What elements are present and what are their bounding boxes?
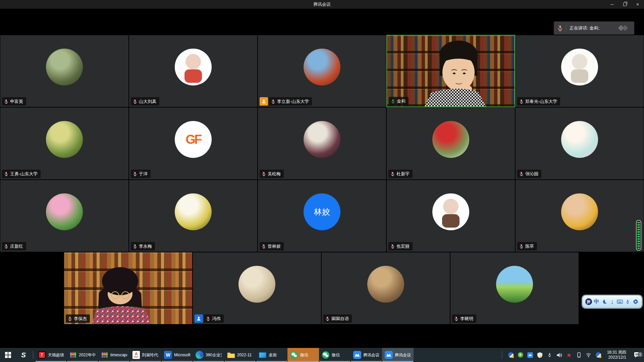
participant-name-label: 吴松梅: [260, 170, 284, 178]
participant-name: 李保杰: [74, 316, 87, 322]
participant-label-row: 张沁园: [517, 170, 541, 178]
taskbar-app-wechat[interactable]: 微信: [319, 348, 351, 362]
taskbar-app-label: 2022年中...: [79, 352, 96, 358]
speaker-icon[interactable]: [556, 352, 562, 358]
participant-tile[interactable]: 李永梅: [129, 180, 258, 252]
participant-name-label: 李立新-山东大学: [269, 97, 312, 106]
participant-name: 山大刘真: [139, 99, 156, 105]
taskbar-app-meeting[interactable]: 腾讯会议: [382, 348, 414, 362]
taskbar-app-label: Microsoft...: [174, 353, 190, 357]
close-button[interactable]: ×: [631, 0, 644, 9]
participant-label-row: 焦宏丽: [388, 242, 413, 250]
wifi-icon[interactable]: [586, 352, 592, 358]
punctuation-button[interactable]: ；: [609, 298, 615, 306]
pdf-icon: APDF: [132, 351, 140, 359]
shield-warning-icon[interactable]: [537, 352, 543, 358]
taskbar-app-pdf[interactable]: APDF刘淑玲代...: [130, 348, 161, 362]
divider: [502, 351, 502, 359]
participant-tile[interactable]: 李保杰: [64, 252, 193, 324]
participant-tile[interactable]: 王勇-山东大学: [0, 107, 129, 180]
participant-name-label: 张沁园: [517, 170, 541, 178]
participant-name: 囡囡自语: [331, 316, 349, 322]
participant-name-label: 囡囡自语: [323, 314, 352, 323]
participant-label-row: 郑春光-山东大学: [517, 97, 560, 106]
participant-tile[interactable]: 山大刘真: [129, 35, 258, 107]
participant-label-row: 李晓明: [452, 314, 476, 323]
participant-tile[interactable]: 吴松梅: [258, 107, 386, 180]
participant-name: 焦宏丽: [396, 243, 410, 249]
participant-tile[interactable]: 庄新红: [0, 180, 129, 252]
word-icon: W: [164, 351, 172, 359]
taskbar-app-winrar[interactable]: 2022年中...: [67, 348, 98, 362]
notification-badge: 1: [638, 352, 643, 357]
avatar-cartoon-head: [572, 54, 587, 69]
participant-name: 冯伟: [212, 316, 221, 322]
mic-tray-icon[interactable]: [547, 352, 553, 358]
accel-ball-icon[interactable]: +: [518, 352, 524, 358]
taskbar-app-browser360[interactable]: 360企业安...: [193, 348, 224, 362]
participant-tile[interactable]: 焦宏丽: [386, 180, 515, 252]
clock-date: 2022/12/1: [607, 355, 626, 360]
participant-tile[interactable]: 郑春光-山东大学: [515, 35, 644, 107]
sogou-colorful-icon[interactable]: [595, 352, 601, 358]
keyboard-button[interactable]: [616, 298, 623, 306]
tencent-meeting-logo-icon: [618, 25, 630, 31]
taskbar-app-winrar[interactable]: timescape...: [98, 348, 130, 362]
participant-tile[interactable]: 陈萃: [515, 180, 644, 252]
speaking-indicator: 正在讲话: 金莉;: [554, 21, 634, 35]
mic-muted-icon: [133, 244, 137, 249]
usb-device-icon[interactable]: [576, 352, 582, 358]
restore-button[interactable]: [619, 0, 631, 9]
participant-tile[interactable]: GF于洋: [129, 107, 258, 180]
taskbar-clock[interactable]: 16:31 周四 2022/12/1: [605, 350, 628, 360]
taskbar-search-app-button[interactable]: S: [16, 348, 31, 362]
taskbar-app-wechat[interactable]: 微信: [287, 348, 319, 362]
participant-label-row: 山大刘真: [131, 97, 159, 106]
participant-tile[interactable]: 李立新-山东大学: [258, 35, 386, 107]
mic-muted-icon: [4, 244, 8, 249]
participant-tile[interactable]: 张沁园: [515, 107, 644, 180]
taskbar-app-word[interactable]: WMicrosoft...: [161, 348, 193, 362]
chinese-mode-button[interactable]: 中: [593, 298, 600, 306]
start-button[interactable]: [0, 348, 16, 362]
avatar-cartoon-body: [184, 69, 202, 83]
avatar: [175, 193, 212, 230]
taskbar-app-label: 2022-11: [237, 353, 252, 357]
participant-label-row: 于洋: [131, 170, 151, 178]
participant-tile[interactable]: 林姣曾林姣: [258, 180, 386, 252]
taskbar-app-tmall[interactable]: T天猫超级...: [35, 348, 67, 362]
ime-toolbar[interactable]: 拼中；: [583, 296, 642, 308]
meeting-icon: [385, 351, 393, 359]
participant-name-label: 王勇-山东大学: [2, 170, 41, 178]
sogou-tray-icon[interactable]: [508, 352, 514, 358]
taskbar-app-desktop[interactable]: 桌面: [256, 348, 287, 362]
avatar: [496, 266, 533, 303]
taskbar-app-meeting[interactable]: 腾讯会议: [351, 348, 382, 362]
voice-input-button[interactable]: [625, 298, 631, 306]
taskbar-app-folder[interactable]: 2022-11: [224, 348, 256, 362]
participant-tile[interactable]: 冯伟: [193, 252, 321, 324]
windows-logo-icon: [5, 352, 11, 358]
action-center-button[interactable]: 1: [632, 352, 642, 358]
mic-muted-icon: [325, 316, 330, 321]
divider: [566, 25, 566, 32]
sogou-logo-icon[interactable]: 拼: [585, 298, 592, 306]
mic-muted-icon: [133, 171, 137, 177]
network-error-icon[interactable]: [566, 352, 572, 358]
meeting-tray-icon[interactable]: [527, 352, 533, 358]
participant-tile[interactable]: 金莉: [386, 35, 515, 107]
settings-gear-button[interactable]: [632, 298, 639, 306]
browser360-icon: [196, 351, 204, 359]
participant-tile[interactable]: 申富英: [0, 35, 129, 107]
avatar-initials: 林姣: [304, 193, 340, 230]
participant-name-label: 山大刘真: [131, 97, 159, 106]
participant-name: 杜新宇: [396, 171, 410, 177]
halfwidth-moon-button[interactable]: [601, 298, 608, 306]
participant-tile[interactable]: 李晓明: [450, 252, 579, 324]
participant-name-label: 李永梅: [131, 242, 155, 250]
meeting-icon: [353, 351, 361, 359]
minimize-button[interactable]: [606, 0, 619, 9]
participant-tile[interactable]: 杜新宇: [386, 107, 515, 180]
participant-name: 王勇-山东大学: [10, 171, 38, 177]
participant-tile[interactable]: 囡囡自语: [321, 252, 450, 324]
